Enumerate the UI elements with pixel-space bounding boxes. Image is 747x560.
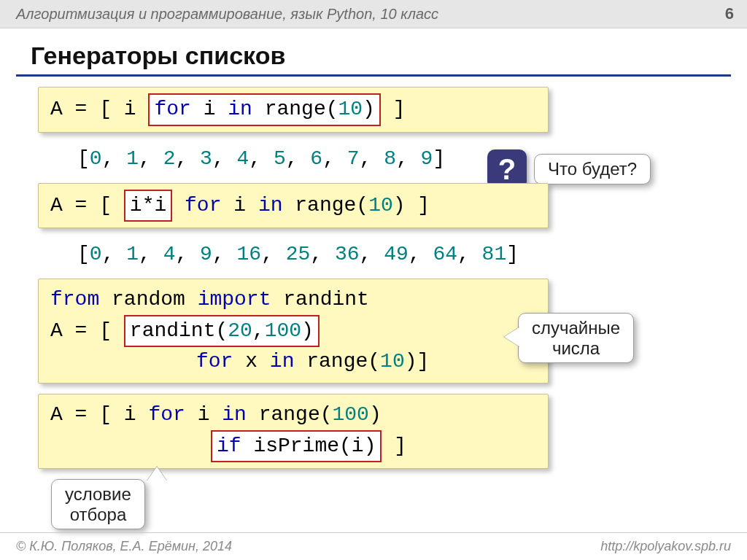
filter-callout: условиеотбора (51, 479, 145, 529)
question-callout: Что будет? (534, 154, 651, 184)
title-underline (16, 74, 731, 77)
footer-url: http://kpolyakov.spb.ru (600, 539, 731, 554)
footer-copyright: © К.Ю. Поляков, Е.А. Ерёмин, 2014 (16, 539, 232, 554)
course-label: Алгоритмизация и программирование, язык … (16, 6, 438, 23)
code1-post: ] (381, 98, 406, 120)
code4-line2: if isPrime(i) ] (50, 430, 536, 463)
code2-highlight: i*i (124, 190, 172, 222)
random-callout: случайныечисла (518, 313, 634, 363)
result-2: [0, 1, 4, 9, 16, 25, 36, 49, 64, 81] (38, 238, 718, 271)
code-box-2: A = [ i*i for i in range(10) ] (38, 183, 549, 229)
page-number: 6 (725, 4, 734, 23)
code-box-1: A = [ i for i in range(10) ] (38, 87, 549, 133)
code3-line1: from random import randint (50, 285, 536, 315)
slide-content: A = [ i for i in range(10) ] [0, 1, 2, 3… (0, 87, 747, 469)
code2-pre: A = [ (50, 194, 124, 217)
code2-post: for i in range(10) ] (172, 194, 430, 217)
code-box-4: A = [ i for i in range(100) if isPrime(i… (38, 394, 549, 469)
code4-line1: A = [ i for i in range(100) (50, 400, 536, 430)
code1-pre: A = [ i (50, 98, 148, 120)
code3-line2: A = [ randint(20,100) (50, 315, 536, 348)
slide-header: Алгоритмизация и программирование, язык … (0, 0, 747, 28)
slide-footer: © К.Ю. Поляков, Е.А. Ерёмин, 2014 http:/… (0, 532, 747, 560)
question-text: Что будет? (548, 159, 637, 179)
slide-title: Генераторы списков (0, 28, 747, 74)
code-box-3: from random import randint A = [ randint… (38, 279, 549, 384)
code3-line3: for x in range(10)] (50, 347, 536, 377)
code1-highlight: for i in range(10) (148, 93, 381, 126)
